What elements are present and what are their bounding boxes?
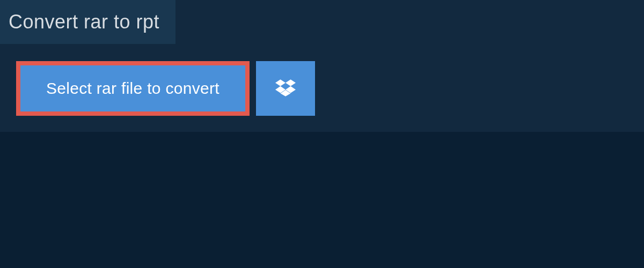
page-title: Convert rar to rpt [9,11,159,33]
header-tab: Convert rar to rpt [0,0,175,44]
converter-panel: Convert rar to rpt Select rar file to co… [0,0,644,132]
select-file-button[interactable]: Select rar file to convert [16,61,250,116]
dropbox-button[interactable] [256,61,315,116]
dropbox-icon [275,78,296,100]
action-row: Select rar file to convert [16,61,644,116]
